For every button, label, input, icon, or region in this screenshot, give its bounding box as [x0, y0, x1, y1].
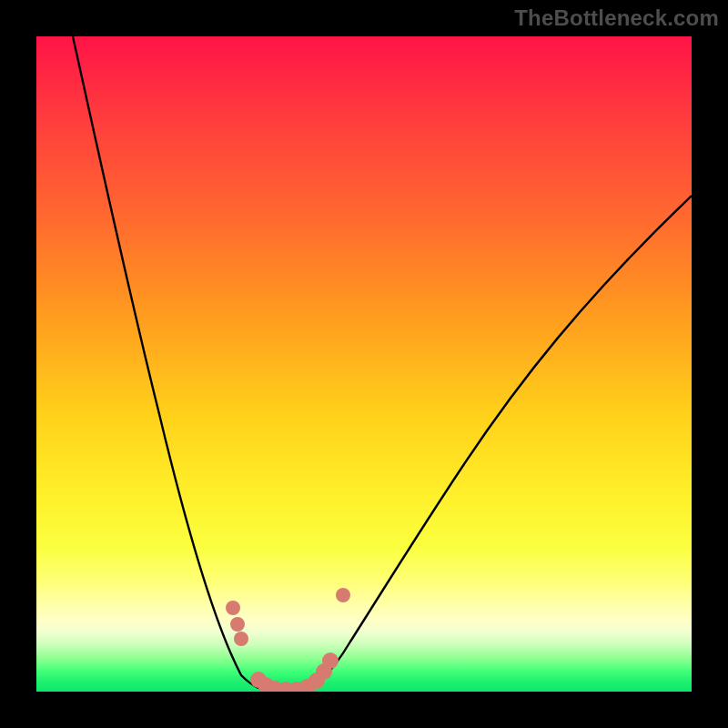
curve-marker: [234, 632, 248, 646]
watermark-text: TheBottleneck.com: [514, 5, 719, 31]
plot-area: [36, 36, 692, 692]
curve-marker: [336, 588, 350, 602]
curve-marker: [226, 601, 240, 615]
bottleneck-curve: [36, 36, 692, 692]
curve-left-arm: [73, 36, 273, 691]
curve-marker: [230, 617, 245, 632]
curve-markers: [226, 588, 350, 692]
chart-frame: TheBottleneck.com: [0, 0, 728, 728]
curve-marker: [322, 652, 339, 669]
curve-right-arm: [300, 196, 692, 691]
